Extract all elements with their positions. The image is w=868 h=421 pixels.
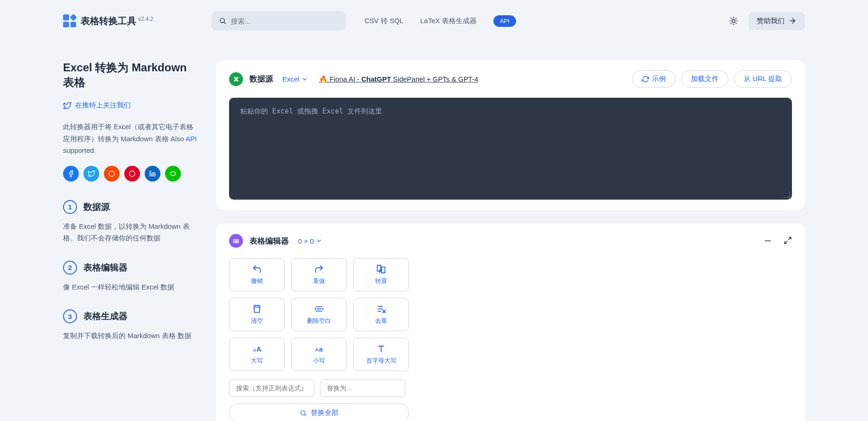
- promo-link[interactable]: 🔥 Fiona AI - ChatGPT SidePanel + GPTs & …: [319, 75, 479, 83]
- step-number: 3: [63, 309, 77, 323]
- app-name: 表格转换工具v2.4.2: [81, 15, 153, 27]
- step-description: 准备 Excel 数据，以转换为 Markdown 表格。我们不会存储你的任何数…: [63, 220, 198, 244]
- source-type-selector[interactable]: Excel: [282, 75, 308, 83]
- refresh-icon: [642, 75, 649, 83]
- page-description: 此转换器用于将 Excel（或者其它电子表格应用程序）转换为 Markdown …: [63, 121, 198, 157]
- nav-csv-to-sql[interactable]: CSV 转 SQL: [364, 17, 403, 25]
- uppercase-button[interactable]: aA 大写: [229, 338, 285, 371]
- svg-rect-14: [171, 172, 176, 176]
- svg-line-21: [785, 241, 787, 244]
- card-title: 数据源: [249, 74, 273, 84]
- svg-line-10: [736, 18, 736, 19]
- step-3: 3 表格生成器 复制并下载转换后的 Markdown 表格 数据: [63, 309, 198, 342]
- redo-button[interactable]: 重做: [291, 258, 347, 291]
- share-line[interactable]: [165, 166, 181, 182]
- svg-rect-23: [382, 267, 385, 273]
- load-file-button[interactable]: 加载文件: [681, 70, 728, 88]
- search-icon: [300, 409, 307, 417]
- svg-point-12: [109, 171, 115, 176]
- svg-text:a: a: [253, 347, 256, 352]
- nav-latex-generator[interactable]: LaTeX 表格生成器: [420, 17, 477, 25]
- data-source-card: 数据源 Excel 🔥 Fiona AI - ChatGPT SidePanel…: [216, 60, 805, 210]
- source-textarea[interactable]: 粘贴你的 Excel 或拖拽 Excel 文件到这里: [229, 98, 792, 200]
- undo-button[interactable]: 撤销: [229, 258, 285, 291]
- transpose-button[interactable]: 转置: [353, 258, 409, 291]
- share-pinterest[interactable]: [124, 166, 140, 182]
- theme-toggle[interactable]: [725, 13, 742, 29]
- svg-line-5: [731, 18, 731, 19]
- replace-all-button[interactable]: 替换全部: [229, 403, 409, 421]
- logo[interactable]: 表格转换工具v2.4.2: [63, 14, 202, 27]
- editor-icon: [229, 234, 243, 248]
- step-description: 像 Excel 一样轻松地编辑 Excel 数据: [63, 281, 198, 293]
- api-link[interactable]: API: [185, 135, 197, 143]
- svg-text:A: A: [315, 347, 319, 352]
- nav-links: CSV 转 SQL LaTeX 表格生成器 API: [364, 15, 516, 27]
- card-title: 表格编辑器: [249, 236, 289, 246]
- svg-line-41: [305, 415, 306, 416]
- step-1: 1 数据源 准备 Excel 数据，以转换为 Markdown 表格。我们不会存…: [63, 200, 198, 244]
- header: 表格转换工具v2.4.2 CSV 转 SQL LaTeX 表格生成器 API 赞…: [63, 0, 805, 42]
- svg-text:A: A: [256, 346, 262, 353]
- lowercase-button[interactable]: Aa 小写: [291, 338, 347, 371]
- share-facebook[interactable]: [63, 166, 79, 182]
- svg-line-6: [736, 23, 736, 24]
- editor-toolbar: 撤销 重做 转置 清空: [229, 258, 792, 371]
- search-input[interactable]: [231, 17, 338, 25]
- clear-button[interactable]: 清空: [229, 298, 285, 331]
- table-editor-card: 表格编辑器 0 × 0 撤销: [216, 224, 805, 421]
- step-description: 复制并下载转换后的 Markdown 表格 数据: [63, 330, 198, 342]
- search-replace-row: [229, 379, 792, 397]
- excel-icon: [229, 72, 243, 86]
- replace-input[interactable]: [320, 379, 405, 397]
- sponsor-button[interactable]: 赞助我们: [748, 12, 805, 30]
- chevron-down-icon: [301, 76, 308, 82]
- sidebar: Excel 转换为 Markdown 表格 在推特上关注我们 此转换器用于将 E…: [63, 60, 198, 421]
- sun-icon: [729, 16, 738, 25]
- regex-search-input[interactable]: [229, 379, 314, 397]
- share-reddit[interactable]: [104, 166, 120, 182]
- share-linkedin[interactable]: [145, 166, 160, 182]
- step-title: 数据源: [83, 201, 110, 213]
- step-title: 表格生成器: [83, 310, 128, 322]
- svg-line-9: [731, 23, 731, 24]
- share-twitter[interactable]: [83, 166, 99, 182]
- step-title: 表格编辑器: [83, 262, 128, 274]
- step-number: 2: [63, 261, 77, 275]
- svg-text:a: a: [319, 346, 323, 353]
- svg-line-20: [789, 237, 791, 239]
- capitalize-button[interactable]: 首字母大写: [353, 338, 409, 371]
- minimize-icon[interactable]: [763, 236, 772, 245]
- dedupe-button[interactable]: 去重: [353, 298, 409, 331]
- step-2: 2 表格编辑器 像 Excel 一样轻松地编辑 Excel 数据: [63, 261, 198, 293]
- chevron-down-icon: [316, 238, 322, 244]
- nav-api-badge[interactable]: API: [493, 15, 516, 27]
- step-number: 1: [63, 200, 77, 214]
- svg-point-2: [732, 19, 735, 23]
- from-url-button[interactable]: 从 URL 提取: [734, 70, 792, 88]
- social-share-row: [63, 166, 198, 182]
- fullscreen-icon[interactable]: [784, 236, 792, 245]
- logo-icon: [63, 14, 76, 27]
- twitter-follow-link[interactable]: 在推特上关注我们: [63, 101, 198, 110]
- trim-button[interactable]: 删除空白: [291, 298, 347, 331]
- example-button[interactable]: 示例: [632, 70, 676, 88]
- editor-dimensions[interactable]: 0 × 0: [298, 237, 322, 245]
- svg-line-1: [224, 22, 225, 24]
- search-box[interactable]: [211, 11, 346, 31]
- svg-point-13: [129, 171, 135, 176]
- search-icon: [219, 17, 226, 25]
- arrow-right-icon: [788, 17, 797, 25]
- twitter-icon: [63, 101, 71, 110]
- page-title: Excel 转换为 Markdown 表格: [63, 60, 198, 90]
